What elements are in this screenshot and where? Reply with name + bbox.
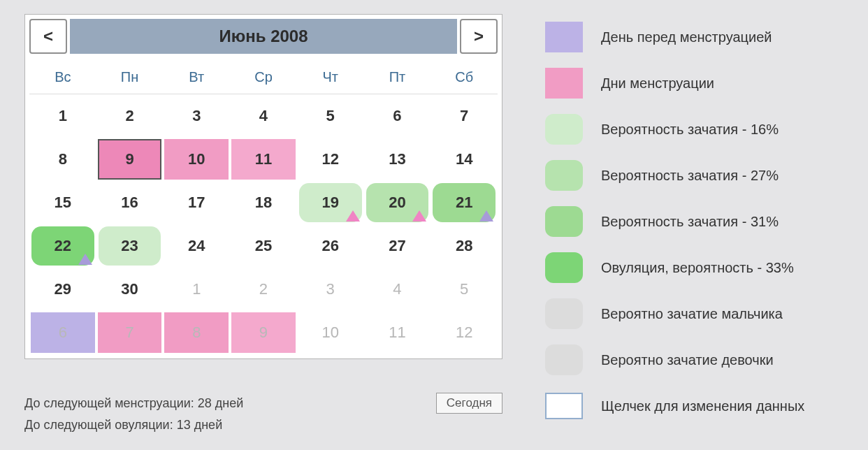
day-cell[interactable]: 7	[96, 311, 164, 354]
day-cell[interactable]: 4	[364, 268, 431, 311]
day-cell[interactable]: 11	[364, 311, 431, 354]
day-cell[interactable]: 12	[431, 311, 498, 354]
legend-label: Щелчек для изменения данных	[601, 398, 804, 414]
weekday-4: Чт	[297, 61, 364, 94]
day-cell[interactable]: 9	[96, 138, 164, 181]
day-cell[interactable]: 7	[431, 94, 498, 138]
day-cell[interactable]: 2	[230, 268, 297, 311]
day-cell[interactable]: 18	[230, 181, 297, 224]
day-number: 10	[321, 324, 338, 342]
day-cell[interactable]: 4	[230, 94, 297, 138]
legend-row: Вероятно зачатие девочки	[545, 337, 853, 383]
day-cell[interactable]: 6	[29, 311, 96, 354]
day-number: 21	[456, 194, 472, 212]
day-number: 5	[326, 107, 335, 125]
day-number: 25	[255, 237, 272, 255]
day-cell[interactable]: 5	[431, 268, 498, 311]
day-cell[interactable]: 8	[29, 138, 96, 181]
legend-row: Щелчек для изменения данных	[545, 383, 853, 429]
day-number: 9	[125, 150, 133, 168]
day-cell[interactable]: 15	[29, 181, 96, 224]
day-cell[interactable]: 16	[96, 181, 164, 224]
day-number: 11	[389, 324, 405, 342]
day-number: 16	[121, 194, 138, 212]
day-number: 2	[125, 107, 133, 125]
day-cell[interactable]: 1	[163, 268, 230, 311]
day-number: 13	[389, 150, 405, 168]
day-number: 9	[259, 324, 268, 342]
day-cell[interactable]: 21	[431, 181, 498, 224]
day-cell[interactable]: 11	[230, 138, 297, 181]
day-cell[interactable]: 10	[163, 138, 230, 181]
day-cell[interactable]: 8	[163, 311, 230, 354]
day-cell[interactable]: 19	[297, 181, 364, 224]
day-cell[interactable]: 28	[431, 224, 498, 268]
next-month-button[interactable]: >	[460, 19, 498, 54]
day-number: 11	[255, 150, 272, 168]
legend-label: Вероятность зачатия - 16%	[601, 122, 779, 138]
weekday-6: Сб	[431, 61, 498, 94]
calendar-panel: < Июнь 2008 > ВсПнВтСрЧтПтСб 12345678910…	[24, 14, 502, 359]
weekday-2: Вт	[163, 61, 230, 94]
day-number: 1	[59, 107, 67, 125]
triangle-icon	[479, 210, 493, 222]
weekday-header: ВсПнВтСрЧтПтСб	[29, 61, 498, 94]
day-cell[interactable]: 1	[29, 94, 96, 138]
calendar-header: < Июнь 2008 >	[29, 19, 498, 54]
day-cell[interactable]: 6	[364, 94, 431, 138]
day-cell[interactable]: 3	[163, 94, 230, 138]
day-cell[interactable]: 3	[297, 268, 364, 311]
day-cell[interactable]: 25	[230, 224, 297, 268]
day-cell[interactable]: 24	[163, 224, 230, 268]
day-cell[interactable]: 22	[29, 224, 96, 268]
legend-swatch	[545, 114, 583, 145]
legend-swatch	[545, 298, 583, 329]
today-button[interactable]: Сегодня	[436, 393, 502, 414]
legend-label: Вероятность зачатия - 27%	[601, 168, 779, 184]
day-number: 5	[460, 280, 468, 298]
month-title: Июнь 2008	[70, 19, 457, 54]
weekday-3: Ср	[230, 61, 297, 94]
day-cell[interactable]: 2	[96, 94, 164, 138]
day-cell[interactable]: 5	[297, 94, 364, 138]
weekday-5: Пт	[364, 61, 431, 94]
next-menstruation-label: До следующей менструации: 28 дней	[24, 396, 243, 411]
day-cell[interactable]: 14	[431, 138, 498, 181]
day-number: 28	[456, 237, 472, 255]
prev-month-button[interactable]: <	[29, 19, 67, 54]
day-number: 7	[460, 107, 468, 125]
day-number: 4	[259, 107, 268, 125]
next-ovulation-label: До следующей овуляции: 13 дней	[24, 418, 502, 433]
legend-label: Дни менструации	[601, 75, 714, 92]
day-number: 6	[59, 324, 67, 342]
triangle-icon	[412, 210, 426, 222]
legend-swatch	[545, 393, 583, 419]
day-number: 7	[125, 324, 133, 342]
day-cell[interactable]: 27	[364, 224, 431, 268]
day-cell[interactable]: 20	[364, 181, 431, 224]
day-cell[interactable]: 26	[297, 224, 364, 268]
day-cell[interactable]: 10	[297, 311, 364, 354]
day-cell[interactable]: 23	[96, 224, 164, 268]
day-number: 10	[188, 150, 205, 168]
day-number: 14	[456, 150, 472, 168]
legend-swatch	[545, 22, 583, 52]
day-number: 3	[326, 280, 335, 298]
day-cell[interactable]: 17	[163, 181, 230, 224]
day-number: 12	[456, 324, 472, 342]
day-number: 18	[255, 194, 272, 212]
day-cell[interactable]: 12	[297, 138, 364, 181]
legend-label: Вероятно зачатие девочки	[601, 352, 774, 368]
weekday-1: Пн	[96, 61, 164, 94]
triangle-icon	[78, 254, 92, 265]
legend-row: Вероятность зачатия - 27%	[545, 152, 853, 198]
day-cell[interactable]: 29	[29, 268, 96, 311]
day-number: 1	[192, 280, 201, 298]
calendar-grid: 1234567891011121314151617181920212223242…	[29, 94, 498, 354]
calendar-footer: До следующей менструации: 28 дней Сегодн…	[24, 393, 502, 433]
day-cell[interactable]: 9	[230, 311, 297, 354]
day-cell[interactable]: 30	[96, 268, 164, 311]
day-number: 3	[192, 107, 201, 125]
day-cell[interactable]: 13	[364, 138, 431, 181]
day-number: 27	[389, 237, 405, 255]
